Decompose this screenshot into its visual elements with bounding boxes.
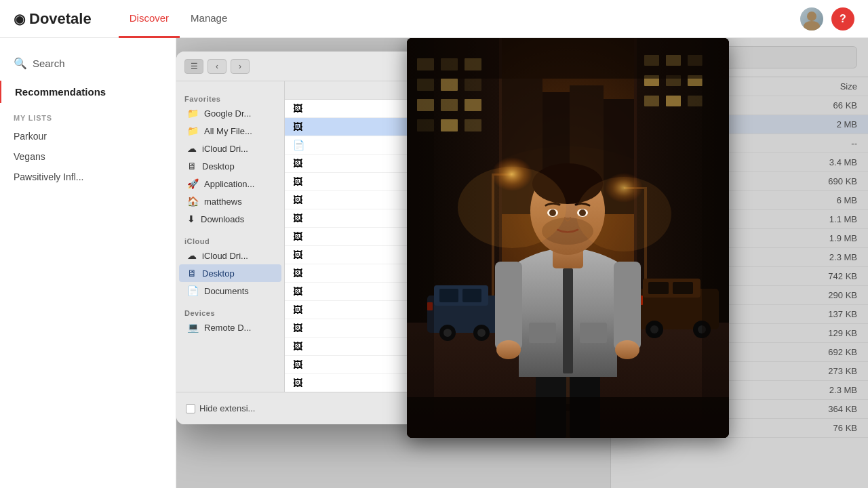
devices-section: Devices 💻 Remote D... (176, 302, 284, 339)
sidebar-downloads[interactable]: ⬇ Downloads (179, 210, 281, 228)
file-type-icon-16: 🖼 (293, 378, 302, 388)
svg-point-80 (576, 177, 671, 251)
nav-right: ? (800, 7, 854, 30)
svg-rect-16 (465, 119, 481, 131)
downloads-icon: ⬇ (187, 214, 195, 224)
icloud-label: iCloud (176, 233, 284, 247)
nav-discover[interactable]: Discover (119, 0, 180, 38)
svg-rect-12 (441, 99, 458, 111)
sidebar-item-pawsitively[interactable]: Pawsitively Infl... (0, 167, 176, 187)
svg-rect-9 (441, 79, 458, 91)
hide-extensions-checkbox[interactable] (186, 404, 195, 413)
icloud-drive-label: iCloud Dri... (202, 251, 248, 261)
svg-rect-82 (407, 397, 729, 438)
file-type-icon-6: 🖼 (293, 195, 302, 205)
svg-rect-46 (462, 289, 481, 302)
file-type-icon-10: 🖼 (293, 268, 302, 279)
sidebar-desktop-fav[interactable]: 🖥 Desktop (179, 157, 281, 175)
avatar[interactable] (800, 7, 823, 30)
svg-point-69 (496, 340, 521, 359)
documents-icon: 📄 (187, 285, 199, 296)
favorites-section: Favorites 📁 Google Dr... 📁 All My File..… (176, 88, 284, 230)
file-type-icon-14: 🖼 (293, 341, 302, 352)
file-type-icon-15: 🖼 (293, 359, 302, 370)
top-nav: ◉ Dovetale Discover Manage ? (0, 0, 868, 38)
sidebar-desktop[interactable]: 🖥 Desktop (179, 264, 281, 282)
applications-icon: 🚀 (187, 178, 199, 189)
nav-manage[interactable]: Manage (180, 0, 238, 38)
app-container: ◉ Dovetale Discover Manage ? 🔍 Search (0, 0, 868, 488)
svg-rect-55 (648, 282, 669, 294)
desktop-fav-icon: 🖥 (187, 161, 197, 171)
file-type-icon-1: 🖼 (293, 103, 302, 114)
hide-extensions-label: Hide extensi... (199, 403, 255, 413)
svg-rect-45 (439, 289, 458, 302)
file-type-icon-8: 🖼 (293, 231, 302, 242)
svg-point-0 (807, 12, 816, 21)
svg-rect-65 (529, 323, 556, 343)
matthews-icon: 🏠 (187, 196, 199, 207)
logo-icon: ◉ (14, 11, 25, 27)
sidebar-recommendations[interactable]: Recommendations (0, 81, 176, 103)
file-type-icon-7: 🖼 (293, 213, 302, 224)
sidebar-all-files[interactable]: 📁 All My File... (179, 122, 281, 140)
toolbar-view-btn[interactable]: ☰ (184, 59, 203, 74)
sidebar-section-label: MY LISTS (0, 103, 176, 126)
svg-point-50 (477, 329, 486, 337)
file-type-icon-13: 🖼 (293, 323, 302, 333)
file-type-icon-9: 🖼 (293, 249, 302, 260)
svg-point-1 (804, 21, 820, 30)
sidebar-icloud-fav[interactable]: ☁ iCloud Dri... (179, 140, 281, 157)
sidebar-search[interactable]: 🔍 Search (0, 52, 176, 81)
icloud-fav-label: iCloud Dri... (202, 144, 248, 154)
sidebar-item-vegans[interactable]: Vegans (0, 146, 176, 167)
content-area: 🔍 Search Recommendations MY LISTS Parkou… (0, 38, 868, 488)
svg-rect-83 (407, 38, 434, 438)
favorites-label: Favorites (176, 91, 284, 104)
desktop-icon: 🖥 (187, 268, 197, 279)
sidebar-matthews[interactable]: 🏠 matthews (179, 192, 281, 210)
all-files-icon: 📁 (187, 125, 199, 136)
sidebar-documents[interactable]: 📄 Documents (179, 282, 281, 300)
remote-label: Remote D... (204, 323, 251, 333)
file-type-icon-2: 🖼 (293, 121, 302, 132)
svg-rect-10 (465, 79, 481, 91)
search-icon: 🔍 (14, 57, 27, 70)
icloud-fav-icon: ☁ (187, 143, 197, 154)
svg-rect-68 (614, 262, 641, 350)
sidebar-google-drive[interactable]: 📁 Google Dr... (179, 104, 281, 122)
sidebar-icloud-drive[interactable]: ☁ iCloud Dri... (179, 247, 281, 264)
svg-rect-13 (465, 99, 481, 111)
svg-rect-67 (495, 262, 522, 350)
dialog-overlay: ☰ ‹ › 🔍 Favorites (176, 38, 868, 488)
icloud-section: iCloud ☁ iCloud Dri... 🖥 Desktop (176, 230, 284, 302)
sidebar-remote[interactable]: 💻 Remote D... (179, 319, 281, 336)
app-logo[interactable]: ◉ Dovetale (14, 10, 92, 28)
hide-extensions[interactable]: Hide extensi... (186, 403, 255, 413)
toolbar-forward-btn[interactable]: › (231, 59, 250, 74)
svg-point-48 (443, 329, 452, 337)
icloud-drive-icon: ☁ (187, 250, 197, 261)
sidebar-item-parkour[interactable]: Parkour (0, 126, 176, 146)
svg-rect-84 (702, 38, 729, 438)
svg-rect-26 (666, 96, 681, 106)
photo-preview-inner (407, 38, 729, 438)
photo-preview (407, 38, 729, 438)
svg-point-70 (615, 340, 639, 359)
svg-rect-25 (644, 96, 659, 106)
file-type-icon-3: 📄 (293, 140, 304, 150)
file-type-icon-12: 🖼 (293, 304, 302, 315)
nav-links: Discover Manage (119, 0, 239, 37)
devices-label: Devices (176, 305, 284, 319)
google-drive-label: Google Dr... (204, 108, 251, 119)
file-type-icon-4: 🖼 (293, 158, 302, 169)
sidebar-applications[interactable]: 🚀 Application... (179, 175, 281, 192)
toolbar-back-btn[interactable]: ‹ (208, 59, 226, 74)
file-type-icon-11: 🖼 (293, 286, 302, 297)
svg-rect-66 (580, 323, 607, 343)
svg-point-79 (458, 167, 566, 248)
matthews-label: matthews (204, 197, 242, 207)
help-icon[interactable]: ? (831, 7, 854, 30)
file-type-icon-5: 🖼 (293, 176, 302, 187)
remote-icon: 💻 (187, 322, 199, 333)
